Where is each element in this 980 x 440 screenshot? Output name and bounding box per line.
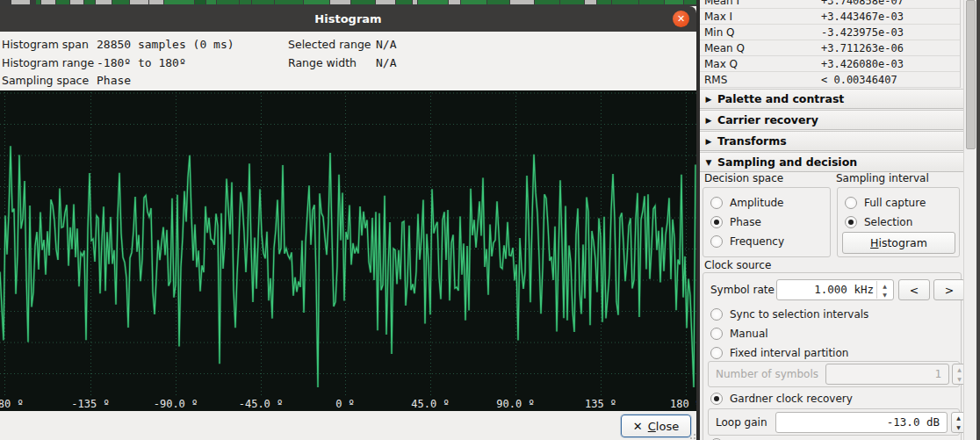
info-left-column: Histogram span28850 samples (0 ms)Histog…: [2, 36, 234, 90]
spin-up-icon: ▲: [877, 281, 892, 290]
histogram-dialog: Histogram ✕ Histogram span28850 samples …: [0, 6, 696, 440]
info-row: Histogram range-180º to 180º: [2, 54, 234, 73]
prev-button-label: <: [910, 284, 919, 297]
clock-source-radios: Sync to selection intervalsManualFixed i…: [710, 305, 868, 363]
radio-label: Fixed interval partition: [730, 347, 848, 359]
radio-option-manual[interactable]: Manual: [710, 324, 868, 343]
radio-icon[interactable]: [710, 235, 723, 248]
clock-source-label: Clock source: [704, 259, 771, 271]
stat-row: Max I+3.443467e-03: [700, 9, 960, 25]
info-row: Sampling spacePhase: [2, 72, 234, 90]
x-axis-tick-label: -45.0 º: [239, 398, 284, 410]
symbol-rate-spinbox[interactable]: 1.000 kHz ▲▼: [776, 279, 894, 300]
stat-row: Min Q-3.423975e-03: [700, 25, 960, 40]
decision-space-group: AmplitudePhaseFrequency: [703, 187, 831, 257]
info-row: Histogram span28850 samples (0 ms): [2, 36, 234, 54]
loop-gain-label: Loop gain: [716, 416, 767, 429]
dialog-titlebar[interactable]: Histogram ✕: [0, 6, 696, 32]
titlebar-close-button[interactable]: ✕: [673, 11, 689, 27]
num-symbols-label: Number of symbols: [716, 368, 818, 380]
info-right-column: Selected rangeN/ARange widthN/A: [288, 36, 396, 72]
dialog-title: Histogram: [314, 12, 381, 25]
window-edge: [976, 0, 980, 440]
section-label: Palette and contrast: [717, 92, 844, 105]
section-header-sampling-and-decision[interactable]: ▼Sampling and decision: [700, 152, 963, 172]
stat-row: Max Q+3.426080e-03: [700, 56, 960, 72]
resize-grip-icon[interactable]: [688, 431, 696, 440]
collapsible-sections: ▶Palette and contrast▶Carrier recovery▶T…: [700, 89, 963, 173]
section-label: Sampling and decision: [717, 155, 857, 169]
x-axis-tick-label: 0 º: [335, 398, 355, 410]
x-axis-tick-label: -135 º: [71, 398, 109, 410]
x-axis-tick-label: -90.0 º: [154, 398, 198, 410]
chevron-right-icon: ▶: [700, 95, 717, 104]
section-header-carrier-recovery[interactable]: ▶Carrier recovery: [700, 110, 963, 130]
chevron-right-icon: ▶: [700, 137, 717, 146]
signal-stats-table: Mean I+3.740858e-07Max I+3.443467e-03Min…: [700, 0, 961, 88]
loop-gain-row: Loop gain -13.0 dB ▲▼: [708, 408, 960, 436]
radio-option-gardner-clock-recovery[interactable]: Gardner clock recovery: [710, 389, 853, 408]
radio-label: Full capture: [864, 197, 926, 209]
info-row: Selected rangeN/A: [288, 36, 396, 54]
x-axis-tick-label: 180 º: [670, 398, 696, 410]
radio-label: Selection: [864, 216, 912, 228]
clock-source-group: Symbol rate 1.000 kHz ▲▼ < > Sync to sel…: [703, 272, 962, 440]
histogram-plot[interactable]: -180 º-135 º-90.0 º-45.0 º0 º45.0 º90.0 …: [0, 90, 696, 411]
sampling-interval-radios: Full captureSelection: [845, 193, 959, 232]
radio-option-full-capture[interactable]: Full capture: [845, 193, 959, 213]
next-button-label: >: [945, 284, 954, 297]
num-symbols-spinbox: 1: [825, 364, 949, 385]
chevron-right-icon: ▶: [700, 116, 717, 125]
radio-icon[interactable]: [710, 328, 723, 340]
radio-option-phase[interactable]: Phase: [710, 213, 830, 232]
radio-icon[interactable]: [710, 216, 723, 228]
symbol-rate-prev-button[interactable]: <: [898, 279, 930, 300]
radio-icon[interactable]: [845, 216, 857, 228]
symbol-rate-next-button[interactable]: >: [933, 279, 965, 300]
radio-option-fixed-interval-partition[interactable]: Fixed interval partition: [710, 343, 868, 363]
loop-gain-spinbox[interactable]: -13.0 dB: [775, 412, 948, 433]
close-icon: ✕: [677, 14, 685, 24]
close-button-label: Close: [648, 420, 679, 433]
histogram-info: Histogram span28850 samples (0 ms)Histog…: [0, 32, 696, 90]
histogram-button[interactable]: Histogram: [842, 232, 955, 254]
radio-icon[interactable]: [710, 393, 723, 405]
symbol-rate-label: Symbol rate: [710, 284, 775, 296]
close-button[interactable]: ✕ Close: [621, 415, 691, 437]
radio-label: Phase: [730, 216, 761, 228]
scrollbar-thumb[interactable]: [966, 0, 976, 149]
info-row: Range widthN/A: [288, 54, 396, 73]
radio-label: Amplitude: [730, 197, 784, 209]
radio-icon[interactable]: [710, 308, 723, 321]
x-axis-tick-label: 45.0 º: [411, 398, 449, 410]
radio-option-amplitude[interactable]: Amplitude: [710, 193, 830, 213]
x-axis-tick-label: 135 º: [585, 398, 616, 410]
stat-row: Mean I+3.740858e-07: [700, 0, 960, 9]
app-root: { "window": { "title": "Histogram", "clo…: [0, 0, 980, 440]
radio-icon[interactable]: [845, 197, 857, 209]
radio-label: Frequency: [730, 235, 784, 248]
num-symbols-value: 1: [934, 364, 941, 384]
background-app-strip: [0, 0, 703, 6]
gardner-radio-row: Gardner clock recovery: [710, 389, 853, 408]
sampling-interval-group: Full captureSelection Histogram: [837, 187, 960, 257]
stat-row: RMS< 0.00346407: [700, 72, 960, 88]
inspector-side-panel: Mean I+3.740858e-07Max I+3.443467e-03Min…: [700, 0, 963, 440]
chevron-down-icon: ▼: [700, 158, 717, 167]
section-header-palette-and-contrast[interactable]: ▶Palette and contrast: [700, 89, 963, 109]
symbol-rate-spinner[interactable]: ▲▼: [876, 281, 892, 299]
radio-option-frequency[interactable]: Frequency: [710, 232, 830, 251]
radio-option-sync-to-selection-intervals[interactable]: Sync to selection intervals: [710, 305, 868, 324]
x-axis-tick-label: 90.0 º: [496, 398, 534, 410]
close-x-icon: ✕: [633, 420, 643, 433]
section-header-transforms[interactable]: ▶Transforms: [700, 131, 963, 151]
radio-option-selection[interactable]: Selection: [845, 213, 959, 232]
radio-icon[interactable]: [710, 347, 723, 359]
radio-icon[interactable]: [710, 197, 723, 209]
decision-space-label: Decision space: [704, 172, 783, 184]
radio-label: Manual: [730, 328, 768, 340]
radio-label: Gardner clock recovery: [730, 393, 853, 405]
histogram-button-label: Histogram: [870, 236, 927, 249]
panel-scrollbar[interactable]: [963, 0, 976, 440]
decision-space-radios: AmplitudePhaseFrequency: [710, 193, 830, 251]
